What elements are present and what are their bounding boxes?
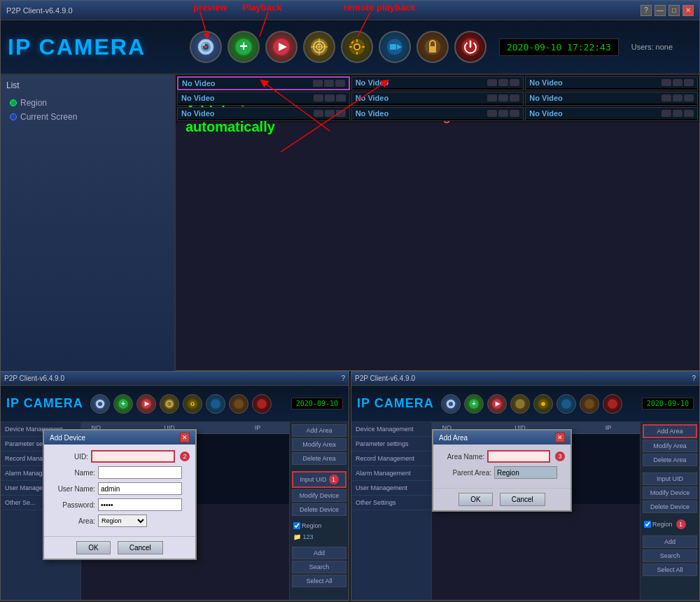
sub-help-left[interactable]: ?	[341, 374, 345, 382]
dialog-ok-right[interactable]: OK	[458, 493, 492, 506]
sub-record-btn-right[interactable]	[556, 394, 576, 414]
close-button[interactable]: ✕	[682, 5, 694, 16]
username-input-left[interactable]	[98, 482, 182, 495]
video-cell-6[interactable]: No Video	[525, 92, 698, 106]
area-name-label-right: Area Name:	[439, 453, 484, 461]
video-icon	[510, 94, 519, 102]
delete-device-btn-right[interactable]: Delete Device	[643, 500, 697, 513]
svg-rect-26	[429, 46, 436, 52]
video-cell-9[interactable]: No Video	[525, 107, 698, 121]
add-icon: +	[234, 37, 253, 57]
password-input-left[interactable]	[98, 498, 182, 511]
video-cell-1[interactable]: No Video Add device automatically	[177, 76, 350, 90]
sub-setting-btn-right[interactable]	[533, 394, 553, 414]
uid-input-left[interactable]	[91, 450, 175, 463]
video-icon	[498, 94, 508, 102]
sub-preview-btn-right[interactable]	[441, 394, 461, 414]
modify-device-btn-left[interactable]: Modify Device	[292, 489, 346, 502]
add-btn-left[interactable]: Add	[292, 547, 346, 559]
region-checkbox-right[interactable]	[644, 521, 651, 528]
modify-device-btn-right[interactable]: Modify Device	[643, 486, 697, 499]
area-name-input-right[interactable]	[487, 450, 550, 463]
video-icon	[684, 94, 694, 102]
record-button[interactable]	[379, 31, 411, 63]
video-body-2: Setting	[352, 88, 524, 90]
dialog-ok-left[interactable]: OK	[76, 541, 110, 554]
sub-add-icon-left: +	[118, 398, 129, 410]
delete-area-btn-right[interactable]: Delete Area	[643, 454, 697, 466]
sub-playback-btn-right[interactable]	[487, 394, 507, 414]
dialog-cancel-right[interactable]: Cancel	[500, 493, 545, 506]
sub-record-btn-left[interactable]	[206, 394, 225, 414]
modify-area-btn-right[interactable]: Modify Area	[643, 440, 697, 452]
delete-area-btn-left[interactable]: Delete Area	[292, 452, 346, 465]
sub-add-btn-right[interactable]: +	[464, 394, 484, 414]
sub-setting-btn-left[interactable]	[183, 394, 202, 414]
add-device-button[interactable]: +	[227, 31, 260, 63]
dialog-cancel-left[interactable]: Cancel	[118, 541, 163, 554]
sidebar-item-region[interactable]: Region	[6, 96, 169, 110]
dialog-title-right: Add Area ✕	[433, 430, 570, 444]
video-cell-7[interactable]: No Video	[177, 107, 350, 121]
input-uid-btn-left[interactable]: Input UID 1	[292, 471, 346, 488]
delete-device-btn-left[interactable]: Delete Device	[292, 503, 346, 516]
help-button[interactable]: ?	[640, 5, 652, 16]
video-cell-8[interactable]: No Video	[351, 107, 524, 121]
setting-button[interactable]	[341, 31, 373, 63]
sidebar: List Region Current Screen	[1, 75, 176, 372]
sub-playback-btn-left[interactable]	[136, 394, 156, 414]
sub-lock-btn-right[interactable]	[580, 394, 599, 414]
input-uid-btn-right[interactable]: Input UID	[643, 472, 697, 485]
sub-power-btn-right[interactable]	[603, 394, 622, 414]
sub-sidebar-record-right[interactable]: Record Management	[351, 451, 431, 466]
sub-preview-icon-left	[94, 398, 106, 410]
svg-point-3	[202, 43, 205, 46]
playback-button[interactable]	[265, 31, 298, 63]
add-btn-right[interactable]: Add	[643, 536, 697, 548]
select-all-btn-left[interactable]: Select All	[292, 575, 346, 587]
add-area-btn-right[interactable]: Add Area	[643, 424, 697, 438]
video-cell-6-header: No Video	[526, 92, 697, 104]
sidebar-item-current-screen[interactable]: Current Screen	[6, 110, 169, 124]
no-video-label-2: No Video	[356, 78, 388, 87]
search-btn-right[interactable]: Search	[643, 550, 697, 562]
modify-area-btn-left[interactable]: Modify Area	[292, 438, 346, 451]
sub-remote-btn-left[interactable]	[160, 394, 179, 414]
minimize-button[interactable]: —	[654, 5, 666, 16]
region-check-area-left: Region	[292, 521, 346, 531]
sub-sidebar-device-mgmt-right[interactable]: Device Management	[351, 422, 431, 437]
video-body-4	[178, 104, 349, 105]
search-btn-left[interactable]: Search	[292, 561, 346, 573]
video-cell-5[interactable]: No Video	[351, 92, 524, 106]
dialog-close-right[interactable]: ✕	[555, 433, 565, 442]
video-cell-2[interactable]: No Video Setting	[351, 76, 524, 90]
sub-help-right[interactable]: ?	[692, 374, 696, 382]
dialog-close-left[interactable]: ✕	[180, 433, 190, 442]
sub-preview-btn-left[interactable]	[90, 394, 110, 414]
name-input-left[interactable]	[98, 466, 182, 479]
sub-sidebar-alarm-right[interactable]: Alarm Management	[351, 466, 431, 481]
sub-lock-icon-right	[584, 398, 595, 410]
sub-add-btn-left[interactable]: +	[113, 394, 133, 414]
add-area-btn-left[interactable]: Add Area	[292, 424, 346, 437]
preview-button[interactable]	[190, 31, 222, 63]
sub-sidebar-param-right[interactable]: Parameter settings	[351, 437, 431, 451]
sub-remote-btn-right[interactable]	[510, 394, 530, 414]
select-all-btn-right[interactable]: Select All	[643, 564, 697, 576]
area-select-left[interactable]: Region	[98, 514, 147, 527]
maximize-button[interactable]: □	[668, 5, 680, 16]
power-button[interactable]	[454, 31, 486, 63]
sub-lock-btn-left[interactable]	[229, 394, 248, 414]
parent-area-input-right[interactable]	[494, 466, 557, 479]
region-checkbox-left[interactable]	[293, 522, 300, 529]
sub-power-btn-left[interactable]	[252, 394, 272, 414]
remote-playback-button[interactable]	[303, 31, 335, 63]
lock-button[interactable]	[416, 31, 449, 63]
sidebar-region-label: Region	[20, 98, 47, 108]
sub-sidebar-other-right[interactable]: Other Settings	[351, 496, 431, 510]
video-cell-4[interactable]: No Video	[177, 92, 350, 106]
sub-sidebar-user-right[interactable]: User Management	[351, 481, 431, 496]
svg-point-54	[541, 402, 545, 406]
video-cell-2-icons	[487, 79, 519, 86]
video-cell-3[interactable]: No Video	[525, 76, 698, 90]
